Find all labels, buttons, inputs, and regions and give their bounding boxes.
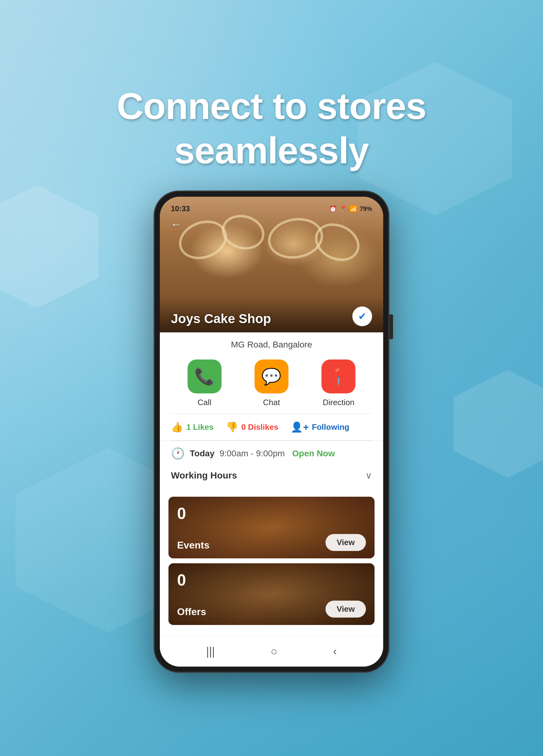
working-hours-toggle[interactable]: Working Hours ∨ [171, 465, 372, 486]
events-count: 0 [177, 504, 366, 523]
likes-row: 👍 1 Likes 👎 0 Dislikes 👤+ Following [160, 414, 383, 440]
events-card-footer: Events View [177, 534, 366, 551]
navigation-bar: ||| ○ ‹ [160, 636, 383, 667]
offers-card-footer: Offers View [177, 601, 366, 618]
checkmark-icon: ✔ [358, 310, 367, 322]
hex-decoration-left [0, 185, 99, 308]
shop-name: Joys Cake Shop [171, 311, 271, 326]
chat-label: Chat [263, 398, 280, 407]
likes-count: 1 Likes [186, 422, 213, 432]
offers-card-content: 0 Offers View [168, 563, 375, 625]
shop-name-overlay: Joys Cake Shop ✔ [160, 297, 383, 332]
phone-frame: 10:33 ⏰ 📍 📶 79% ← Joys C [154, 191, 389, 672]
offers-card[interactable]: 0 Offers View [168, 563, 375, 625]
hours-text: 9:00am - 9:00pm [219, 449, 285, 458]
phone-screen: 10:33 ⏰ 📍 📶 79% ← Joys C [160, 197, 383, 667]
status-time: 10:33 [171, 204, 190, 213]
events-card[interactable]: 0 Events View [168, 497, 375, 558]
store-location: MG Road, Bangalore [231, 340, 312, 349]
battery-indicator: 79% [360, 205, 372, 212]
today-row: 🕐 Today 9:00am - 9:00pm Open Now [171, 447, 372, 460]
following-label: Following [312, 422, 349, 432]
events-card-content: 0 Events View [168, 497, 375, 558]
call-icon-bg: 📞 [187, 360, 221, 393]
dislikes-count: 0 Dislikes [241, 422, 278, 432]
verified-badge: ✔ [352, 306, 372, 326]
direction-label: Direction [323, 398, 355, 407]
status-bar: 10:33 ⏰ 📍 📶 79% [160, 197, 383, 215]
alarm-icon: ⏰ [329, 205, 337, 212]
hours-section: 🕐 Today 9:00am - 9:00pm Open Now Working… [160, 441, 383, 492]
direction-icon-bg: 📍 [322, 360, 356, 393]
chat-button[interactable]: 💬 Chat [254, 360, 289, 407]
screen-content: 10:33 ⏰ 📍 📶 79% ← Joys C [160, 197, 383, 667]
hero-image: 10:33 ⏰ 📍 📶 79% ← Joys C [160, 197, 383, 332]
call-button[interactable]: 📞 Call [187, 360, 221, 407]
follow-icon: 👤+ [291, 421, 309, 433]
open-status: Open Now [292, 449, 335, 458]
offers-title: Offers [177, 606, 206, 618]
likes-button[interactable]: 👍 1 Likes [171, 421, 213, 433]
call-label: Call [197, 398, 211, 407]
hex-decoration-right [454, 370, 543, 478]
thumbs-down-icon: 👎 [226, 421, 238, 433]
back-button[interactable]: ← [168, 217, 184, 232]
status-icons: ⏰ 📍 📶 79% [329, 205, 372, 212]
back-arrow-icon: ← [171, 218, 182, 231]
chat-icon-bg: 💬 [254, 360, 289, 393]
chevron-down-icon: ∨ [365, 470, 372, 481]
map-pin-icon: 📍 [329, 367, 349, 386]
wifi-icon: 📶 [350, 205, 357, 212]
scrollable-content: MG Road, Bangalore 📞 Call 💬 [160, 332, 383, 667]
location-status-icon: 📍 [340, 205, 347, 212]
action-buttons-row: 📞 Call 💬 Chat 📍 [160, 353, 383, 413]
dislikes-button[interactable]: 👎 0 Dislikes [226, 421, 278, 433]
phone-icon: 📞 [194, 367, 214, 386]
location-row: MG Road, Bangalore [160, 332, 383, 353]
thumbs-up-icon: 👍 [171, 421, 183, 433]
nav-forward-icon[interactable]: ‹ [333, 645, 337, 658]
following-button[interactable]: 👤+ Following [291, 421, 349, 433]
events-view-button[interactable]: View [326, 534, 366, 551]
nav-home-icon[interactable]: ○ [270, 645, 278, 658]
offers-view-button[interactable]: View [326, 601, 366, 618]
events-title: Events [177, 540, 209, 551]
chat-icon: 💬 [261, 367, 282, 386]
today-label: Today [190, 449, 214, 458]
clock-icon: 🕐 [171, 447, 185, 460]
nav-back-icon[interactable]: ||| [206, 645, 215, 658]
page-wrapper: Connect to stores seamlessly 10:33 ⏰ [0, 0, 543, 756]
direction-button[interactable]: 📍 Direction [322, 360, 356, 407]
offers-count: 0 [177, 571, 366, 589]
working-hours-label: Working Hours [171, 470, 237, 481]
